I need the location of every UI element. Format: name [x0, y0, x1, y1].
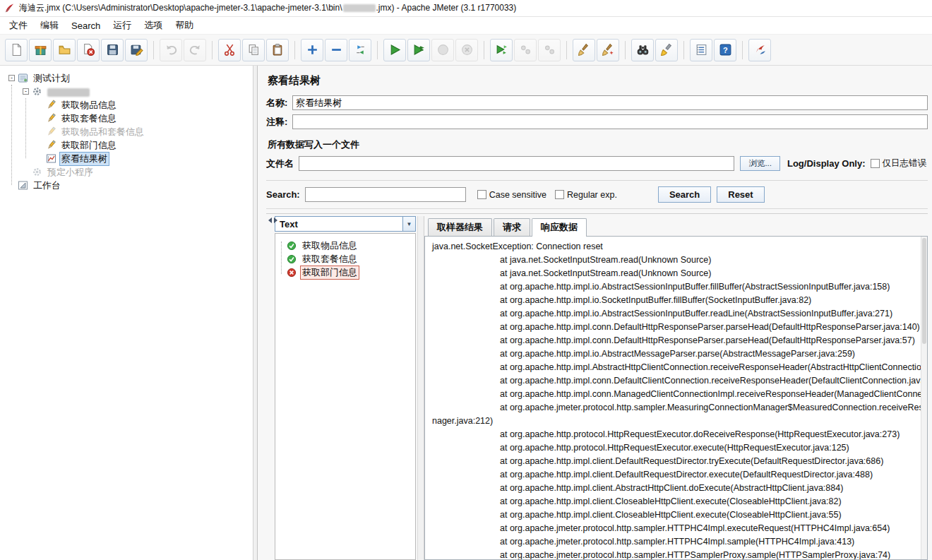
- menu-item-3[interactable]: 运行: [107, 17, 138, 34]
- stack-trace-line: at org.apache.http.impl.AbstractHttpClie…: [432, 361, 917, 374]
- sampler-icon: [46, 140, 56, 150]
- tree-guide-line: [11, 85, 12, 185]
- toolbar: ?: [0, 35, 932, 66]
- stack-trace-line: at org.apache.jmeter.protocol.http.sampl…: [432, 549, 917, 560]
- regular-exp-checkbox[interactable]: [555, 190, 564, 199]
- tree-item-1[interactable]: -: [0, 85, 253, 98]
- browse-button[interactable]: 浏览...: [740, 156, 780, 171]
- tree-guide-line: [281, 242, 282, 274]
- about-button[interactable]: [748, 39, 771, 61]
- remote-start-all-icon: [495, 43, 508, 56]
- tree-handle-spacer: [35, 141, 44, 150]
- splitter-one-touch-buttons[interactable]: [268, 218, 277, 223]
- collapse-left-icon[interactable]: [268, 218, 272, 223]
- tree-item-5[interactable]: 获取部门信息: [0, 138, 253, 152]
- filename-input[interactable]: [299, 156, 734, 171]
- tab-0[interactable]: 取样器结果: [428, 218, 492, 236]
- stack-trace-line: at org.apache.http.impl.conn.DefaultHttp…: [432, 334, 917, 347]
- collapse-all-button[interactable]: [325, 39, 347, 61]
- copy-button[interactable]: [242, 39, 265, 61]
- cut-button[interactable]: [218, 39, 241, 61]
- start-button[interactable]: [383, 39, 406, 61]
- tree-handle-spacer: [21, 167, 30, 177]
- about-icon: [753, 43, 767, 56]
- templates-button[interactable]: [29, 39, 52, 61]
- results-tree-icon: [46, 153, 56, 164]
- errors-only-checkbox[interactable]: [871, 159, 880, 168]
- scrollbar-thumb[interactable]: [922, 238, 926, 344]
- toggle-button[interactable]: [349, 39, 371, 61]
- tab-2[interactable]: 响应数据: [532, 218, 587, 237]
- tree-item-label: 获取物品和套餐信息: [59, 125, 146, 139]
- result-item-0[interactable]: 获取物品信息: [275, 239, 415, 252]
- response-scrollbar[interactable]: [921, 237, 927, 559]
- menu-item-5[interactable]: 帮助: [169, 17, 200, 34]
- stack-trace-line: at org.apache.http.impl.conn.DefaultHttp…: [432, 321, 917, 334]
- function-helper-button[interactable]: [690, 39, 712, 61]
- tree-item-2[interactable]: 获取物品信息: [0, 98, 253, 112]
- search-input[interactable]: [305, 187, 466, 202]
- tree-handle-spacer: [35, 100, 44, 109]
- collapse-handle-icon[interactable]: -: [21, 87, 30, 96]
- close-button[interactable]: [77, 39, 100, 61]
- tree-item-0[interactable]: -测试计划: [0, 71, 253, 85]
- tree-item-4[interactable]: 获取物品和套餐信息: [0, 125, 253, 138]
- new-button[interactable]: [5, 39, 28, 61]
- result-item-2[interactable]: 获取部门信息: [275, 266, 415, 279]
- clear-all-button[interactable]: [597, 39, 619, 61]
- collapse-handle-icon[interactable]: -: [7, 73, 16, 83]
- stack-trace: java.net.SocketException: Connection res…: [432, 240, 917, 560]
- stack-trace-line: at org.apache.http.impl.client.DefaultRe…: [432, 468, 917, 482]
- main-area: -测试计划-获取物品信息获取套餐信息获取物品和套餐信息获取部门信息察看结果树预定…: [0, 66, 932, 560]
- clear-button[interactable]: [573, 39, 595, 61]
- search-reset-button[interactable]: [655, 39, 678, 61]
- save-icon: [106, 43, 119, 56]
- tree-item-3[interactable]: 获取套餐信息: [0, 112, 253, 125]
- tree-item-7[interactable]: 预定小程序: [0, 165, 253, 179]
- comments-input[interactable]: [292, 114, 928, 129]
- results-left-column: Text ▼ 获取物品信息获取套餐信息获取部门信息: [275, 216, 416, 560]
- write-results-section-label: 所有数据写入一个文件: [268, 138, 928, 151]
- main-splitter[interactable]: [253, 66, 258, 560]
- result-item-label: 获取物品信息: [300, 239, 359, 253]
- menu-item-2[interactable]: Search: [65, 18, 107, 33]
- save-button[interactable]: [101, 39, 124, 61]
- title-bar[interactable]: 海迪云.jmx (C:\Users\Administrator\Desktop\…: [0, 0, 932, 17]
- expand-all-button[interactable]: [301, 39, 323, 61]
- menu-item-4[interactable]: 选项: [138, 17, 169, 34]
- reset-button[interactable]: Reset: [717, 186, 764, 203]
- tree-item-label: 测试计划: [31, 71, 72, 85]
- stack-trace-line: at org.apache.http.impl.conn.ManagedClie…: [432, 388, 917, 401]
- start-no-timers-icon: [412, 43, 426, 56]
- start-no-timers-button[interactable]: [407, 39, 430, 61]
- search-button[interactable]: [631, 39, 654, 61]
- paste-button[interactable]: [266, 39, 289, 61]
- case-sensitive-checkbox[interactable]: [477, 190, 486, 199]
- menu-item-0[interactable]: 文件: [3, 17, 34, 34]
- remote-start-all-button[interactable]: [490, 39, 513, 61]
- remote-stop-all-icon: [519, 43, 532, 56]
- result-item-1[interactable]: 获取套餐信息: [275, 252, 415, 266]
- tab-1[interactable]: 请求: [494, 218, 530, 236]
- search-button[interactable]: Search: [658, 186, 711, 203]
- open-button[interactable]: [53, 39, 76, 61]
- shutdown-icon: [460, 43, 474, 56]
- stack-trace-line: at org.apache.http.impl.io.AbstractMessa…: [432, 347, 917, 361]
- save-as-button[interactable]: [125, 39, 148, 61]
- workbench-icon: [18, 180, 28, 191]
- response-data-area[interactable]: java.net.SocketException: Connection res…: [424, 236, 928, 560]
- name-label: 名称:: [266, 97, 287, 109]
- stack-trace-line: at java.net.SocketInputStream.read(Unkno…: [432, 267, 917, 280]
- collapse-right-icon[interactable]: [274, 218, 277, 223]
- remote-shutdown-all-icon: [543, 43, 556, 56]
- results-list-scrollbar[interactable]: [417, 216, 424, 560]
- stack-trace-line: at org.apache.http.impl.client.DefaultRe…: [432, 455, 917, 468]
- help-button[interactable]: ?: [714, 39, 736, 61]
- case-sensitive-label: Case sensitive: [489, 190, 546, 200]
- view-mode-select[interactable]: Text ▼: [275, 216, 416, 232]
- new-icon: [10, 43, 23, 56]
- tree-item-8[interactable]: 工作台: [0, 179, 253, 192]
- name-input[interactable]: [292, 95, 928, 110]
- tree-item-6[interactable]: 察看结果树: [0, 152, 253, 165]
- menu-item-1[interactable]: 编辑: [34, 17, 65, 34]
